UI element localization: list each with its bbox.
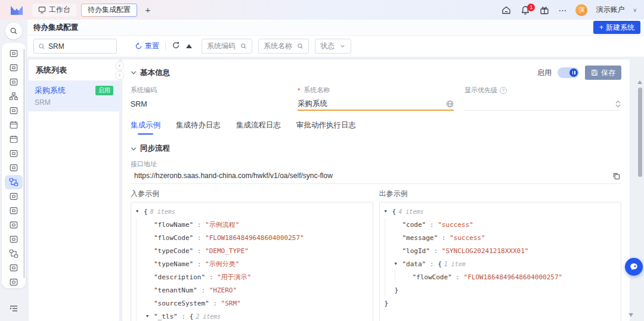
- api-url-value: https://hzeronb.saas.hand-china.com/hwkf…: [134, 172, 333, 180]
- json-value: "示例流程": [205, 220, 239, 229]
- detail-tab[interactable]: 审批动作执行日志: [296, 120, 356, 135]
- account-chevron-down-icon[interactable]: ∨: [633, 7, 637, 13]
- number-stepper[interactable]: [615, 100, 621, 108]
- json-line: "message" : "success": [385, 231, 617, 244]
- json-key: "flowCode": [154, 234, 193, 242]
- system-list-panel: 系统列表 ‹ › 采购系统启用SRM: [29, 60, 119, 321]
- sidebar-item-app-config-icon[interactable]: [5, 275, 23, 288]
- reset-button[interactable]: 重置: [135, 41, 159, 51]
- tab-workbench[interactable]: 工作台: [32, 4, 76, 17]
- filter-bar: 重置 系统编码系统名称状态: [27, 36, 644, 57]
- sidebar-item-card-config-icon[interactable]: [5, 261, 23, 275]
- search-input[interactable]: [48, 42, 112, 51]
- json-line: ▼"_tls" : {2 items: [136, 310, 368, 321]
- home-icon[interactable]: [501, 5, 512, 15]
- toggle-knob-pause-icon: [569, 68, 578, 77]
- sidebar-item-chart-doc-icon[interactable]: [5, 118, 23, 132]
- enable-toggle[interactable]: [558, 67, 579, 78]
- request-json-viewer[interactable]: ▼{8 items"flowName" : "示例流程""flowCode" :…: [131, 202, 373, 321]
- more-menu-icon[interactable]: ⋯: [558, 5, 567, 15]
- menu-collapse-icon[interactable]: [9, 304, 18, 315]
- avatar[interactable]: 演: [575, 4, 587, 16]
- gift-icon[interactable]: [539, 5, 550, 15]
- sidebar-item-calendar-icon[interactable]: [5, 132, 23, 147]
- priority-input[interactable]: [465, 98, 621, 111]
- json-line: "logId" : "SYNCLOG20241218XXX01": [385, 244, 617, 257]
- collapse-arrow-icon[interactable]: ▼: [136, 209, 144, 214]
- system-name-input[interactable]: 采购系统: [298, 98, 454, 111]
- detail-panel: 基本信息 启用 保存: [122, 60, 630, 321]
- filter-field-select[interactable]: 状态: [315, 39, 351, 54]
- notification-bell-icon[interactable]: 1: [520, 5, 531, 15]
- sidebar-item-dashboard-icon[interactable]: [5, 46, 23, 61]
- sidebar-item-user-gear-icon[interactable]: [5, 104, 23, 118]
- sidebar-item-folder-doc-icon[interactable]: [5, 189, 23, 204]
- chat-assistant-button[interactable]: [625, 258, 643, 276]
- stepper-up-icon: [615, 100, 621, 104]
- system-list-item[interactable]: 采购系统启用SRM: [29, 81, 119, 111]
- collapse-arrow-icon[interactable]: ▼: [146, 314, 154, 319]
- sidebar-item-import-icon[interactable]: [5, 232, 23, 247]
- tab-todo-integration-config[interactable]: 待办集成配置: [81, 4, 137, 17]
- sidebar-item-terminal-icon[interactable]: [5, 161, 23, 175]
- sync-flow-section-header[interactable]: 同步流程: [131, 144, 621, 154]
- rail-search-button[interactable]: [5, 23, 22, 39]
- new-system-button[interactable]: + 新建系统: [593, 21, 640, 34]
- json-value: "SYNCLOG20241218XXX01": [442, 247, 529, 255]
- detail-tab[interactable]: 集成流程日志: [236, 120, 281, 135]
- response-json-viewer[interactable]: ▼{4 items"code" : "success""message" : "…: [379, 202, 622, 321]
- help-icon[interactable]: ?: [500, 87, 507, 94]
- json-key: "description": [154, 273, 205, 281]
- notification-badge: 1: [527, 4, 535, 11]
- panel-expand-right-icon[interactable]: ›: [115, 71, 124, 80]
- json-key: "_tls": [154, 313, 178, 320]
- plus-icon: +: [599, 23, 603, 32]
- scroll-down-arrow[interactable]: [628, 313, 633, 317]
- json-key: "code": [402, 221, 426, 229]
- page-scrollbar[interactable]: [637, 80, 642, 321]
- json-key: "data": [402, 260, 426, 268]
- json-value: "HZERO": [209, 286, 237, 294]
- required-asterisk: *: [298, 87, 300, 94]
- json-line: }: [385, 283, 617, 297]
- copy-icon[interactable]: [612, 172, 620, 180]
- field-priority: 显示优先级 ?: [465, 86, 621, 111]
- detail-tab[interactable]: 集成待办日志: [176, 120, 221, 135]
- detail-tab[interactable]: 集成示例: [131, 120, 160, 135]
- sidebar-item-image-doc-icon[interactable]: [5, 218, 23, 232]
- system-name: 采购系统: [35, 85, 66, 96]
- sidebar-item-workflow-icon[interactable]: [5, 175, 23, 189]
- save-button[interactable]: 保存: [585, 66, 621, 80]
- sidebar-item-org-chart-icon[interactable]: [5, 89, 23, 104]
- sidebar-item-mail-gear-icon[interactable]: [5, 147, 23, 161]
- scrollbar-thumb[interactable]: [638, 88, 642, 177]
- json-value: "DEMO_TYPE": [205, 247, 249, 255]
- divider: [165, 42, 166, 51]
- json-value: "用于演示": [217, 273, 251, 282]
- save-icon: [591, 69, 598, 76]
- refresh-icon[interactable]: [172, 41, 180, 51]
- sidebar-item-cards-icon[interactable]: [5, 61, 23, 75]
- filter-field-label: 系统编码: [207, 41, 236, 51]
- sidebar-item-pipeline-icon[interactable]: [5, 247, 23, 261]
- panel-collapse-left-icon[interactable]: ‹: [115, 61, 124, 70]
- scroll-up-arrow[interactable]: [637, 80, 642, 84]
- reset-icon: [135, 42, 143, 50]
- globe-i18n-icon[interactable]: [446, 100, 454, 108]
- add-tab-button[interactable]: +: [142, 4, 154, 16]
- sidebar-item-window-icon[interactable]: [5, 75, 23, 89]
- collapse-arrow-icon[interactable]: ▼: [385, 209, 392, 214]
- collapse-arrow-icon[interactable]: ▼: [395, 261, 402, 266]
- json-key: "sourceSystem": [154, 300, 209, 307]
- filter-field-search[interactable]: 系统名称: [258, 39, 309, 54]
- rail-scrollbar[interactable]: [23, 49, 25, 278]
- search-icon: [297, 43, 304, 49]
- filter-field-search[interactable]: 系统编码: [202, 39, 252, 54]
- sidebar-item-form-icon[interactable]: [5, 204, 23, 218]
- account-name[interactable]: 演示账户: [596, 5, 624, 15]
- search-icon: [38, 43, 45, 50]
- enable-label: 启用: [537, 68, 552, 78]
- basic-info-section-header[interactable]: 基本信息: [131, 68, 170, 78]
- collapse-filters-icon[interactable]: [186, 44, 192, 48]
- search-icon: [240, 43, 247, 49]
